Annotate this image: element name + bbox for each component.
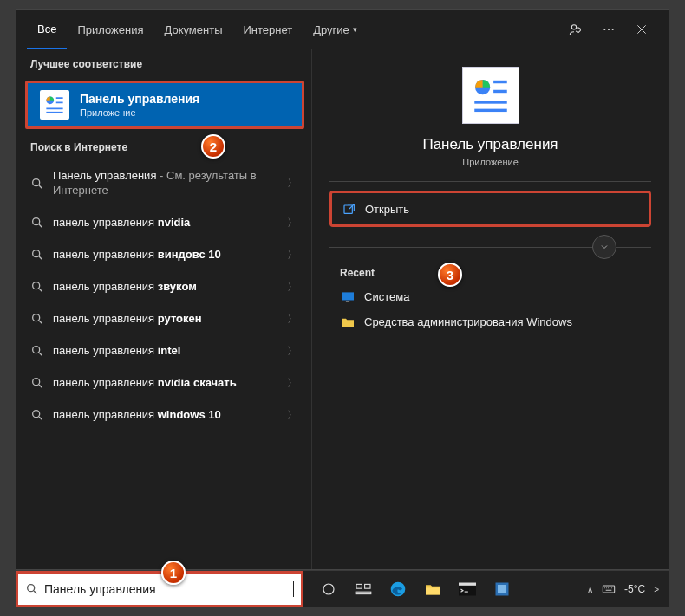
svg-rect-30 [365, 584, 370, 588]
result-text: панель управления nvidia скачать [53, 376, 278, 391]
svg-rect-22 [474, 101, 507, 103]
result-text: панель управления рутокен [53, 312, 278, 327]
best-match-item[interactable]: Панель управления Приложение [25, 81, 304, 129]
svg-rect-20 [493, 81, 507, 83]
best-match-title: Панель управления [80, 92, 199, 106]
result-text: панель управления windows 10 [53, 408, 278, 423]
chevron-right-icon: 〉 [287, 248, 297, 263]
taskbar: ∧ -5°C > [16, 571, 669, 607]
feedback-icon[interactable] [559, 13, 592, 46]
search-result[interactable]: панель управления intel〉 [16, 335, 311, 367]
result-text: панель управления звуком [53, 280, 278, 295]
search-result[interactable]: панель управления звуком〉 [16, 271, 311, 303]
expand-button[interactable] [592, 235, 616, 259]
chevron-right-icon: 〉 [287, 280, 297, 295]
tab-web[interactable]: Интернет [232, 10, 303, 49]
taskbar-search[interactable] [16, 571, 303, 607]
svg-rect-38 [498, 585, 506, 593]
recent-label: Recent [340, 267, 669, 279]
best-match-label: Лучшее соответствие [16, 49, 311, 77]
chevron-right-icon: 〉 [287, 216, 297, 230]
chevron-right-icon: 〉 [287, 176, 297, 191]
svg-point-27 [28, 585, 35, 592]
recent-label: Средства администрирования Windows [364, 315, 572, 328]
search-icon [30, 177, 44, 191]
monitor-icon [340, 291, 356, 303]
search-icon [30, 280, 44, 294]
more-icon[interactable] [592, 13, 625, 46]
folder-icon [340, 316, 356, 328]
svg-rect-25 [342, 292, 354, 300]
tab-docs[interactable]: Документы [153, 10, 232, 49]
open-icon [342, 202, 356, 216]
svg-rect-26 [346, 301, 349, 302]
svg-rect-21 [493, 90, 507, 93]
svg-point-17 [33, 411, 40, 418]
explorer-icon[interactable] [416, 571, 449, 607]
search-icon [30, 216, 44, 230]
svg-point-28 [323, 584, 334, 594]
tab-all[interactable]: Все [27, 10, 67, 49]
tab-apps[interactable]: Приложения [67, 10, 153, 49]
svg-point-1 [603, 29, 605, 30]
search-result[interactable]: панель управления виндовс 10〉 [16, 239, 311, 271]
svg-rect-29 [356, 584, 362, 588]
svg-rect-4 [42, 93, 67, 117]
svg-point-0 [571, 25, 576, 29]
divider [329, 181, 651, 182]
preview-app-icon [462, 67, 519, 124]
chevron-right-icon: 〉 [287, 408, 297, 423]
svg-point-16 [33, 379, 40, 386]
recent-label: Система [364, 290, 409, 303]
filter-tabs: Все Приложения Документы Интернет Другие… [16, 10, 669, 49]
text-caret [293, 581, 294, 597]
cortana-icon[interactable] [312, 571, 345, 607]
recent-item[interactable]: Система [312, 284, 669, 309]
search-input[interactable] [44, 582, 288, 596]
search-icon [25, 582, 39, 596]
svg-point-3 [612, 29, 614, 30]
step-badge-1: 1 [161, 561, 186, 585]
control-panel-icon [40, 90, 69, 120]
svg-rect-39 [603, 586, 614, 593]
svg-rect-36 [465, 592, 468, 593]
svg-rect-9 [46, 112, 62, 113]
search-result[interactable]: панель управления windows 10〉 [16, 399, 311, 431]
preview-pane: Панель управления Приложение Открыть Rec… [311, 49, 669, 569]
svg-rect-35 [459, 583, 476, 586]
svg-point-14 [33, 314, 40, 321]
svg-rect-31 [356, 592, 371, 593]
app-icon[interactable] [486, 571, 519, 607]
chevron-right-icon: 〉 [287, 344, 297, 359]
svg-rect-7 [56, 102, 63, 104]
svg-point-2 [608, 29, 610, 30]
task-view-icon[interactable] [347, 571, 380, 607]
terminal-icon[interactable] [451, 571, 484, 607]
search-icon [30, 376, 44, 390]
result-text: панель управления intel [53, 344, 278, 359]
edge-icon[interactable] [382, 571, 414, 607]
svg-rect-33 [426, 587, 440, 594]
search-result[interactable]: панель управления nvidia〉 [16, 207, 311, 239]
svg-point-15 [33, 347, 40, 353]
search-result[interactable]: Панель управления - См. результаты в Инт… [16, 160, 311, 207]
system-tray[interactable]: ∧ -5°C > [577, 582, 669, 596]
close-icon[interactable] [625, 13, 658, 46]
taskbar-apps [312, 571, 519, 607]
tray-chevron-icon[interactable]: ∧ [587, 585, 593, 594]
best-match-subtitle: Приложение [80, 107, 199, 118]
tab-more[interactable]: Другие▾ [303, 10, 368, 49]
open-label: Открыть [365, 203, 409, 216]
open-button[interactable]: Открыть [329, 191, 651, 227]
recent-item[interactable]: Средства администрирования Windows [312, 309, 669, 334]
svg-point-11 [33, 218, 40, 225]
tray-more[interactable]: > [654, 585, 659, 594]
expand-divider [329, 232, 651, 262]
weather-widget[interactable]: -5°C [624, 583, 645, 595]
search-result[interactable]: панель управления рутокен〉 [16, 303, 311, 335]
preview-title: Панель управления [312, 136, 669, 153]
step-badge-2: 2 [201, 134, 225, 159]
web-search-label: Поиск в Интернете [16, 133, 311, 160]
search-result[interactable]: панель управления nvidia скачать〉 [16, 367, 311, 399]
keyboard-icon[interactable] [602, 582, 616, 596]
